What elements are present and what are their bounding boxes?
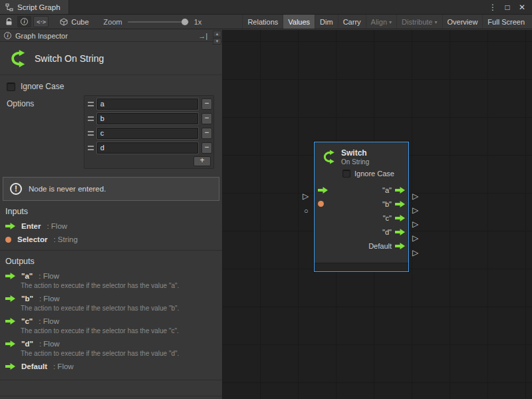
toolbar-button-fullscreen[interactable]: Full Screen <box>482 15 529 29</box>
remove-option-button[interactable]: − <box>201 113 212 124</box>
node-port-row-d: "d" <box>315 225 408 239</box>
window-menu-icon[interactable]: ⋮ <box>487 1 499 13</box>
output-port-c[interactable]: "c" <box>383 214 405 222</box>
output-entry-b: "b" : Flow <box>0 292 222 305</box>
port-name: Selector <box>17 235 47 243</box>
output-b-connector-icon[interactable]: ▷ <box>412 205 418 215</box>
zoom-slider-thumb[interactable] <box>182 19 188 25</box>
inspector-toggle-button[interactable]: i <box>17 16 31 27</box>
output-a-connector-icon[interactable]: ▷ <box>412 192 418 201</box>
tab-script-graph[interactable]: Script Graph <box>0 0 69 14</box>
port-type: : Flow <box>39 340 60 348</box>
switch-node[interactable]: Switch On String Ignore Case "a" <box>314 142 409 272</box>
remove-option-button[interactable]: − <box>201 128 212 139</box>
option-input-2[interactable] <box>97 128 198 139</box>
lock-icon <box>5 18 13 26</box>
zoom-value: 1x <box>194 18 202 26</box>
toolbar-button-dim[interactable]: Dim <box>315 15 338 29</box>
enter-port-connector-icon[interactable]: ▷ <box>303 192 309 201</box>
toolbar-button-align[interactable]: Align▾ <box>366 15 396 29</box>
node-port-row-a: "a" <box>315 183 408 197</box>
cube-icon <box>60 18 68 26</box>
maximize-icon[interactable]: □ <box>501 1 513 13</box>
drag-handle-icon[interactable] <box>88 146 94 150</box>
toolbar-button-overview[interactable]: Overview <box>442 15 483 29</box>
flow-arrow-icon <box>5 273 15 279</box>
option-input-1[interactable] <box>97 113 198 124</box>
output-d-connector-icon[interactable]: ▷ <box>412 233 418 243</box>
node-port-row-b: "b" <box>315 197 408 211</box>
option-row: − <box>86 141 212 154</box>
toolbar-button-carry[interactable]: Carry <box>338 15 366 29</box>
node-ignore-case-checkbox[interactable] <box>342 170 350 178</box>
button-label: Relations <box>247 18 278 26</box>
zoom-label: Zoom <box>104 18 122 26</box>
switch-node-icon <box>320 149 336 165</box>
graph-canvas[interactable]: Switch On String Ignore Case "a" <box>223 30 532 399</box>
output-port-b[interactable]: "b" <box>382 200 405 208</box>
port-type: : Flow <box>39 295 60 303</box>
options-label: Options <box>7 95 34 108</box>
button-label: Dim <box>320 18 333 26</box>
code-icon: <·> <box>37 19 45 25</box>
output-c-connector-icon[interactable]: ▷ <box>412 219 418 229</box>
option-input-0[interactable] <box>97 98 198 110</box>
zoom-slider[interactable] <box>128 21 189 23</box>
port-description: The action to execute if the selector ha… <box>21 281 217 290</box>
node-port-rows: "a" "b" "c" <box>315 183 408 253</box>
output-default-connector-icon[interactable]: ▷ <box>412 248 418 257</box>
code-view-button[interactable]: <·> <box>33 16 49 27</box>
inspector-header-title: Graph Inspector <box>15 32 68 40</box>
selector-port-connector-icon[interactable]: ○ <box>304 206 309 215</box>
output-port-default[interactable]: Default <box>368 242 405 250</box>
options-block: Options − − − <box>0 94 222 169</box>
script-graph-icon <box>5 3 13 11</box>
graph-object-picker[interactable]: Cube <box>60 18 88 26</box>
switch-on-string-icon <box>7 49 27 68</box>
node-port-row-c: "c" <box>315 211 408 225</box>
remove-option-button[interactable]: − <box>201 98 212 110</box>
flow-arrow-icon <box>395 187 405 194</box>
port-name: "b" <box>21 295 33 303</box>
dock-arrow-icon[interactable]: →| <box>198 32 207 40</box>
button-label: Full Screen <box>487 18 525 26</box>
toolbar-button-values[interactable]: Values <box>283 15 315 29</box>
close-icon[interactable]: ✕ <box>516 1 528 13</box>
node-header[interactable]: Switch On String <box>315 142 408 168</box>
node-port-row-default: Default <box>315 239 408 253</box>
enter-port[interactable] <box>318 187 330 194</box>
input-entry-selector: Selector : String <box>0 233 222 246</box>
titlebar-spacer <box>69 0 487 14</box>
string-port-icon <box>5 237 11 243</box>
button-label: Distribute <box>402 18 432 26</box>
port-type: : Flow <box>53 362 74 370</box>
ignore-case-checkbox[interactable] <box>7 82 15 91</box>
window-titlebar: Script Graph ⋮ □ ✕ <box>0 0 532 15</box>
button-label: Overview <box>448 18 478 26</box>
port-type: : String <box>53 235 77 243</box>
toolbar-button-distribute[interactable]: Distribute▾ <box>396 15 442 29</box>
scroll-up-icon[interactable]: ▲ <box>213 31 221 37</box>
output-entry-d: "d" : Flow <box>0 337 222 350</box>
output-port-a[interactable]: "a" <box>382 186 405 194</box>
add-option-button[interactable]: + <box>194 156 211 166</box>
graph-inspector-panel: i Graph Inspector →| ▲ ▼ Switch On Strin… <box>0 30 223 399</box>
button-label: Align <box>371 18 387 26</box>
drag-handle-icon[interactable] <box>88 102 94 106</box>
scroll-down-icon[interactable]: ▼ <box>213 38 221 45</box>
warning-icon: ! <box>10 183 22 195</box>
flow-arrow-icon <box>395 229 405 235</box>
option-row: − <box>86 126 212 140</box>
selector-port[interactable] <box>318 201 330 207</box>
toolbar-button-relations[interactable]: Relations <box>242 15 283 29</box>
port-label: "b" <box>382 200 392 208</box>
info-icon: i <box>4 32 11 39</box>
option-input-3[interactable] <box>97 142 198 154</box>
drag-handle-icon[interactable] <box>88 131 94 136</box>
zoom-control: Zoom 1x <box>104 18 202 26</box>
lock-button[interactable] <box>3 16 15 27</box>
output-port-d[interactable]: "d" <box>382 228 405 236</box>
flow-arrow-icon <box>318 187 328 194</box>
remove-option-button[interactable]: − <box>201 142 212 154</box>
drag-handle-icon[interactable] <box>88 116 94 121</box>
